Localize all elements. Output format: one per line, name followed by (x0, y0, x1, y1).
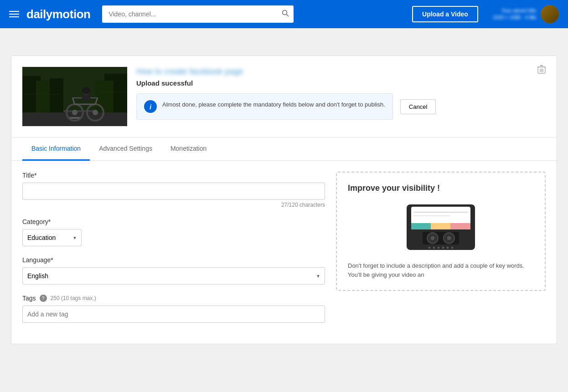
tab-monetization[interactable]: Monetization (161, 137, 216, 161)
menu-icon[interactable] (9, 11, 19, 17)
form-left: Title* 27/120 characters Category* Educa… (22, 172, 325, 333)
tags-label: Tags (22, 295, 36, 302)
upload-form-container: How to create facebook page Upload suces… (11, 56, 557, 344)
search-icon[interactable] (282, 10, 289, 19)
upload-notice: i Almost done, please complete the manda… (136, 93, 393, 120)
form-area: Title* 27/120 characters Category* Educa… (11, 161, 557, 344)
svg-point-42 (429, 247, 431, 249)
category-group: Category* Education Entertainment News S… (22, 218, 325, 246)
tags-count: 250 (10 tags max.) (51, 295, 96, 301)
title-group: Title* 27/120 characters (22, 172, 325, 208)
tags-help-icon[interactable]: ? (40, 295, 47, 302)
svg-point-23 (82, 87, 90, 94)
svg-point-44 (438, 247, 440, 249)
language-label: Language* (22, 256, 325, 264)
visibility-box: Improve your visibility ! (336, 172, 546, 291)
tags-group: Tags ? 250 (10 tags max.) (22, 295, 325, 323)
upload-video-button[interactable]: Upload a Video (412, 6, 478, 22)
svg-rect-7 (50, 78, 63, 112)
svg-point-43 (433, 247, 435, 249)
tags-input[interactable] (22, 305, 325, 323)
upload-section: How to create facebook page Upload suces… (11, 56, 557, 137)
language-select[interactable]: English French Spanish German Italian (22, 267, 325, 285)
video-title: How to create facebook page (136, 67, 537, 76)
user-info-text: Your advert title 1920 × 1080 · 4 Mb (493, 7, 536, 21)
svg-rect-36 (450, 223, 470, 229)
user-area: Your advert title 1920 × 1080 · 4 Mb (493, 5, 559, 23)
svg-line-1 (287, 15, 289, 17)
visibility-panel: Improve your visibility ! (336, 172, 546, 333)
svg-point-41 (447, 236, 451, 240)
cancel-button[interactable]: Cancel (400, 99, 436, 114)
upload-info: How to create facebook page Upload suces… (127, 67, 546, 126)
svg-point-46 (447, 247, 449, 249)
tags-label-row: Tags ? 250 (10 tags max.) (22, 295, 325, 302)
header: dailymotion Upload a Video Your advert t… (0, 0, 568, 28)
upload-success-label: Upload sucessful (136, 79, 537, 87)
svg-rect-34 (411, 223, 431, 229)
svg-point-16 (93, 110, 98, 115)
tab-basic-information[interactable]: Basic Information (22, 137, 90, 161)
video-thumbnail (22, 67, 127, 126)
language-select-wrapper: English French Spanish German Italian (22, 267, 325, 285)
search-bar (102, 5, 294, 23)
svg-point-45 (442, 247, 444, 249)
visibility-description: Don't forget to include a description an… (348, 261, 534, 279)
category-label: Category* (22, 218, 325, 225)
search-input[interactable] (102, 5, 294, 23)
svg-point-0 (283, 10, 287, 15)
category-select-wrapper: Education Entertainment News Sports Musi… (22, 229, 82, 246)
svg-rect-9 (95, 81, 114, 112)
cassette-illustration (348, 202, 534, 252)
page-body: How to create facebook page Upload suces… (0, 28, 568, 372)
delete-icon[interactable] (537, 65, 546, 76)
svg-rect-35 (431, 223, 450, 229)
tab-advanced-settings[interactable]: Advanced Settings (90, 137, 161, 161)
visibility-title: Improve your visibility ! (348, 183, 534, 193)
svg-rect-6 (36, 81, 52, 112)
avatar[interactable] (541, 5, 559, 23)
svg-point-39 (431, 236, 434, 240)
svg-point-15 (72, 110, 77, 115)
language-group: Language* English French Spanish German … (22, 256, 325, 285)
info-icon: i (144, 100, 157, 113)
category-select[interactable]: Education Entertainment News Sports Musi… (22, 229, 82, 246)
svg-point-47 (451, 247, 454, 249)
logo: dailymotion (26, 7, 90, 21)
title-label: Title* (22, 172, 325, 179)
tabs-bar: Basic Information Advanced Settings Mone… (11, 137, 557, 161)
title-input[interactable] (22, 183, 325, 200)
notice-text: Almost done, please complete the mandato… (162, 100, 385, 109)
char-count: 27/120 characters (22, 202, 325, 208)
